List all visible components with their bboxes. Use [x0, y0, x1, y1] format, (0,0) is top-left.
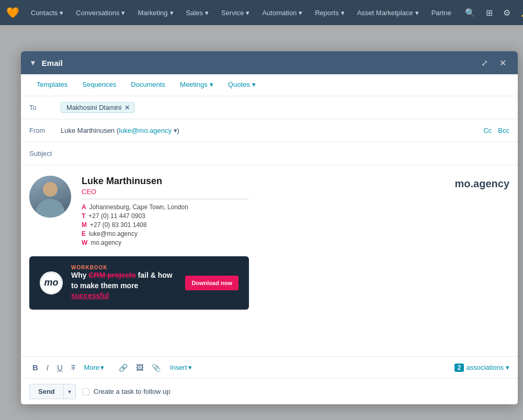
- remove-recipient-button[interactable]: ✕: [124, 104, 130, 111]
- sig-brand: mo.agency: [455, 178, 509, 190]
- chevron-down-icon: ▾: [121, 9, 125, 17]
- subject-label: Subject: [29, 150, 61, 157]
- email-body[interactable]: Luke Marthinusen CEO A Johannesburg, Cap…: [21, 165, 518, 356]
- cc-bcc-buttons: Cc Bcc: [483, 127, 509, 134]
- from-row: From Luke Marthinusen (luke@mo.agency ▾)…: [21, 119, 518, 142]
- image-button[interactable]: 🖼: [133, 361, 146, 374]
- to-label: To: [29, 104, 61, 111]
- modal-expand-button[interactable]: ⤢: [478, 57, 491, 69]
- from-name: Luke Marthinusen (luke@mo.agency ▾): [61, 127, 179, 134]
- banner-content: WORKBOOK Why CRM projects fail & how to …: [71, 265, 177, 301]
- modal-tabs: Templates Sequences Documents Meetings ▾…: [21, 74, 518, 96]
- formatting-toolbar: B I U T More ▾ 🔗 🖼 📎 Insert ▾ 2: [21, 356, 518, 378]
- tab-meetings[interactable]: Meetings ▾: [173, 74, 221, 96]
- modal-title: Email: [42, 59, 473, 67]
- email-footer: Send ▾ Create a task to follow up: [21, 378, 518, 404]
- from-email[interactable]: luke@mo.agency: [119, 127, 172, 134]
- send-group: Send ▾: [29, 384, 76, 399]
- nav-marketing[interactable]: Marketing ▾: [132, 7, 178, 19]
- bcc-button[interactable]: Bcc: [498, 127, 509, 134]
- send-dropdown-button[interactable]: ▾: [63, 384, 76, 399]
- nav-automation[interactable]: Automation ▾: [257, 7, 308, 19]
- recipient-tag: Makhosini Dlamini ✕: [61, 102, 134, 113]
- search-icon[interactable]: 🔍: [461, 6, 480, 20]
- link-button[interactable]: 🔗: [116, 361, 131, 374]
- email-modal: ▼ Email ⤢ ✕ Templates Sequences Document…: [21, 51, 518, 404]
- strikethrough-button[interactable]: T: [68, 361, 79, 374]
- banner-download-button[interactable]: Download now: [185, 276, 238, 290]
- from-dropdown-icon[interactable]: ▾: [174, 127, 177, 134]
- chevron-down-icon: ▾: [506, 364, 509, 371]
- from-label: From: [29, 127, 61, 134]
- nav-sales[interactable]: Sales ▾: [181, 7, 214, 19]
- hubspot-logo[interactable]: 🧡: [6, 6, 19, 19]
- recipient-name: Makhosini Dlamini: [66, 104, 121, 111]
- tab-templates[interactable]: Templates: [29, 74, 75, 96]
- follow-up-checkbox[interactable]: [82, 388, 89, 395]
- email-signature: Luke Marthinusen CEO A Johannesburg, Cap…: [29, 176, 509, 248]
- subject-row: Subject: [21, 142, 518, 165]
- associations-button[interactable]: 2 associations ▾: [454, 364, 509, 372]
- chevron-down-icon: ▾: [341, 9, 345, 17]
- sig-divider: [82, 199, 249, 199]
- chevron-down-icon: ▾: [252, 81, 256, 88]
- nav-service[interactable]: Service ▾: [216, 7, 255, 19]
- more-formatting-button[interactable]: More ▾: [81, 361, 107, 373]
- to-row: To Makhosini Dlamini ✕: [21, 96, 518, 119]
- nav-reports[interactable]: Reports ▾: [310, 7, 350, 19]
- italic-button[interactable]: I: [43, 361, 52, 374]
- email-form: To Makhosini Dlamini ✕ From Luke Marthin…: [21, 96, 518, 404]
- gear-icon[interactable]: ⚙: [499, 6, 515, 20]
- banner-logo: mo: [40, 271, 63, 294]
- attachment-button[interactable]: 📎: [149, 361, 164, 374]
- modal-close-button[interactable]: ✕: [496, 57, 509, 69]
- tab-quotes[interactable]: Quotes ▾: [221, 74, 263, 96]
- to-field[interactable]: Makhosini Dlamini ✕: [61, 102, 509, 113]
- bold-button[interactable]: B: [29, 361, 41, 374]
- banner-workbook-label: WORKBOOK: [71, 265, 177, 270]
- from-field: Luke Marthinusen (luke@mo.agency ▾): [61, 127, 483, 134]
- chevron-down-icon: ▾: [205, 9, 209, 17]
- signature-info: Luke Marthinusen CEO A Johannesburg, Cap…: [82, 176, 509, 248]
- signature-avatar: [29, 176, 71, 218]
- chevron-down-icon: ▾: [415, 9, 419, 17]
- cc-button[interactable]: Cc: [483, 127, 492, 134]
- modal-header: ▼ Email ⤢ ✕: [21, 51, 518, 74]
- chevron-down-icon: ▾: [170, 9, 174, 17]
- subject-field[interactable]: [61, 150, 509, 157]
- nav-partner[interactable]: Partne: [426, 7, 457, 19]
- nav-conversations[interactable]: Conversations ▾: [71, 7, 130, 19]
- sig-website: W mo.agency: [82, 239, 249, 246]
- sig-email: E luke@mo.agency: [82, 230, 249, 237]
- chevron-down-icon: ▾: [210, 81, 213, 88]
- insert-button[interactable]: Insert ▾: [166, 361, 196, 373]
- chevron-down-icon: ▾: [188, 364, 192, 371]
- chevron-down-icon: ▾: [60, 9, 63, 17]
- chevron-down-icon: ▾: [299, 9, 302, 17]
- promotional-banner: mo WORKBOOK Why CRM projects fail & how …: [29, 256, 249, 310]
- chevron-down-icon: ▾: [246, 9, 249, 17]
- nav-contacts[interactable]: Contacts ▾: [26, 7, 69, 19]
- tab-sequences[interactable]: Sequences: [75, 74, 123, 96]
- chevron-down-icon: ▾: [100, 364, 104, 371]
- sig-mobile: M +27 (0) 83 301 1408: [82, 221, 249, 229]
- sig-phone: T +27 (0) 11 447 0903: [82, 212, 249, 220]
- sig-title: CEO: [82, 188, 249, 196]
- subject-input[interactable]: [61, 150, 509, 157]
- topnav: 🧡 Contacts ▾ Conversations ▾ Marketing ▾…: [0, 0, 523, 25]
- page-background: ▼ Email ⤢ ✕ Templates Sequences Document…: [0, 25, 523, 420]
- associations-count: 2: [454, 364, 464, 372]
- send-button[interactable]: Send: [29, 384, 63, 399]
- sig-address: A Johannesburg, Cape Town, London: [82, 203, 249, 211]
- modal-collapse-icon[interactable]: ▼: [29, 59, 37, 67]
- grid-icon[interactable]: ⊞: [482, 6, 497, 20]
- banner-logo-icon: mo: [41, 273, 62, 293]
- follow-up-label[interactable]: Create a task to follow up: [82, 388, 170, 395]
- bell-icon[interactable]: 🔔: [517, 6, 523, 20]
- banner-headline: Why CRM projects fail & how to make them…: [71, 270, 177, 301]
- nav-asset-marketplace[interactable]: Asset Marketplace ▾: [352, 7, 424, 19]
- sig-name: Luke Marthinusen: [82, 176, 249, 187]
- underline-button[interactable]: U: [54, 361, 66, 374]
- tab-documents[interactable]: Documents: [123, 74, 173, 96]
